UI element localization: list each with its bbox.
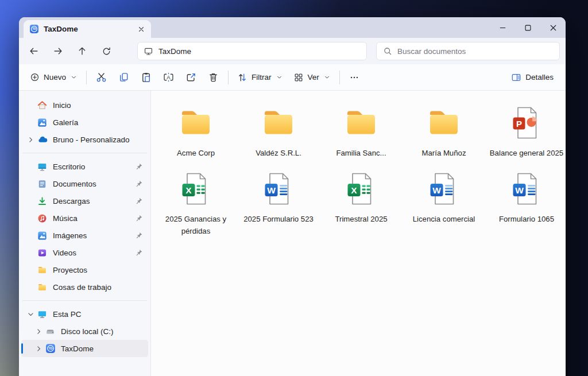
close-button[interactable] [540,18,566,37]
file-item-word[interactable]: Formulario 1065 [485,168,566,239]
sidebar-item-cosas-de-trabajo[interactable]: Cosas de trabajo [21,278,148,296]
chevron-right-icon[interactable] [26,136,35,144]
plus-circle-icon [30,72,40,82]
tab-label: TaxDome [44,25,133,33]
sidebar-item-documentos[interactable]: Documentos [21,175,148,192]
file-item-powerpoint[interactable]: Balance general 2025 [485,102,566,161]
sidebar-item-onedrive[interactable]: Bruno - Personalizado [21,131,148,148]
more-icon [349,72,359,83]
more-button[interactable] [343,68,366,87]
filter-button-label: Filtrar [252,73,272,82]
sidebar-item-taxdome[interactable]: TaxDome [21,340,148,357]
file-item-folder[interactable]: Acme Corp [154,102,237,161]
navigation-pane: Inicio Galería Bruno - Personalizado Esc… [19,91,151,376]
address-text: TaxDome [158,47,191,56]
close-icon [548,23,558,33]
view-button-label: Ver [308,73,319,82]
share-button[interactable] [180,68,202,87]
minimize-button[interactable] [490,18,515,37]
details-pane-icon [511,72,521,83]
monitor-icon [144,46,153,56]
toolbar-separator [228,71,229,84]
chevron-right-icon[interactable] [34,345,43,352]
search-input[interactable]: Buscar documentos [376,42,560,60]
file-list-area[interactable]: Acme Corp Valdéz S.R.L. Familia Sanc... … [151,91,566,376]
sidebar-divider [22,300,147,301]
filter-button[interactable]: Filtrar [232,68,288,87]
new-button[interactable]: Nuevo [25,68,83,87]
chevron-down-icon [70,73,78,81]
folder-icon [343,104,380,141]
delete-button[interactable] [202,68,225,87]
chevron-down-icon[interactable] [26,311,35,318]
desktop-icon [37,161,48,172]
folder-icon [425,104,462,141]
music-icon [37,213,48,223]
word-file-icon [425,170,462,207]
view-button[interactable]: Ver [288,68,336,87]
taxdome-logo-icon [29,24,39,34]
forward-icon [53,46,63,56]
cut-button[interactable] [90,68,113,87]
downloads-icon [37,196,48,206]
pin-icon [135,249,144,257]
back-icon [29,46,39,56]
pin-icon [135,231,144,240]
forward-button[interactable] [47,41,69,61]
copy-button[interactable] [113,68,135,87]
back-button[interactable] [22,41,45,61]
tab-taxdome[interactable]: TaxDome [24,20,151,38]
pin-icon [135,162,144,171]
file-item-word[interactable]: 2025 Formulario 523 [237,168,320,239]
refresh-button[interactable] [95,41,118,61]
chevron-right-icon[interactable] [34,328,43,335]
file-item-word[interactable]: Licencia comercial [403,168,485,239]
navigation-bar: TaxDome Buscar documentos [19,38,566,64]
sidebar-item-musica[interactable]: Música [21,210,148,227]
up-icon [77,46,87,56]
videos-icon [37,247,48,258]
onedrive-icon [37,134,48,145]
file-item-excel[interactable]: 2025 Ganancias y pérdidas [154,168,237,239]
sidebar-item-esta-pc[interactable]: Esta PC [21,305,148,323]
paste-button[interactable] [135,68,157,87]
details-button[interactable]: Detalles [506,68,559,87]
home-icon [37,100,48,110]
powerpoint-file-icon [508,104,545,141]
sidebar-item-imagenes[interactable]: Imágenes [21,227,148,244]
document-icon [37,179,48,189]
sidebar-divider [22,153,147,153]
sidebar-item-descargas[interactable]: Descargas [21,192,148,210]
rename-icon [163,72,174,83]
file-item-folder[interactable]: María Muñoz [403,102,485,161]
chevron-down-icon [276,73,283,81]
tab-close-icon[interactable] [137,25,145,33]
pictures-icon [37,230,48,241]
maximize-button[interactable] [515,18,540,37]
refresh-icon [102,46,111,56]
file-item-folder[interactable]: Familia Sanc... [320,102,403,161]
up-button[interactable] [71,41,94,61]
sidebar-item-videos[interactable]: Videos [21,244,148,261]
pc-icon [37,309,48,319]
toolbar-separator [339,71,340,84]
sidebar-item-proyectos[interactable]: Proyectos [21,261,148,278]
sidebar-item-galeria[interactable]: Galería [21,114,148,131]
drive-icon [45,326,56,336]
search-placeholder: Buscar documentos [397,47,466,56]
search-icon [383,46,392,56]
new-button-label: Nuevo [44,73,66,82]
rename-button[interactable] [157,68,180,87]
file-item-folder[interactable]: Valdéz S.R.L. [237,102,320,161]
file-item-excel[interactable]: Trimestral 2025 [320,168,403,239]
gallery-icon [37,117,48,127]
sidebar-item-disco-local[interactable]: Disco local (C:) [21,323,148,340]
details-button-label: Detalles [525,73,554,82]
maximize-icon [523,23,533,33]
toolbar-separator [86,71,87,84]
address-bar[interactable]: TaxDome [137,42,367,60]
paste-icon [141,72,152,83]
pin-icon [135,214,144,223]
sidebar-item-escritorio[interactable]: Escritorio [21,158,148,175]
sidebar-item-inicio[interactable]: Inicio [21,96,148,114]
